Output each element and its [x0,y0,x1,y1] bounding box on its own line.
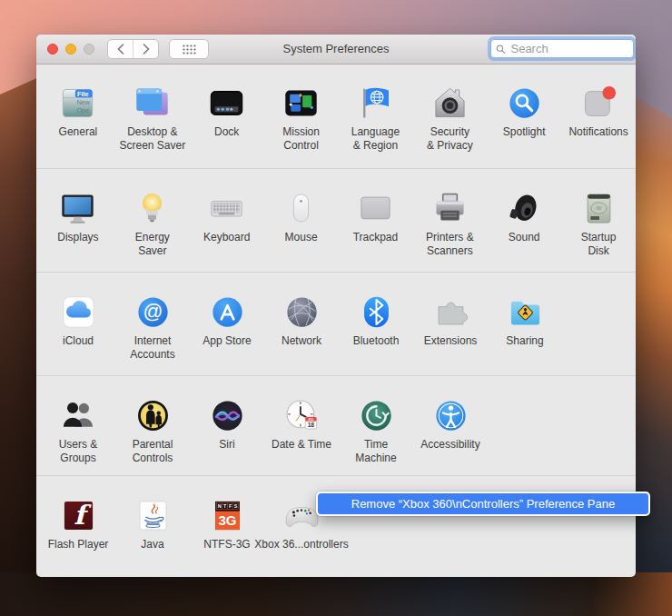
grid-icon [183,45,196,55]
parental-controls-icon [133,395,173,435]
pref-parental-controls[interactable]: Parental Controls [115,376,190,475]
siri-icon [207,395,247,435]
minimize-button[interactable] [65,44,76,55]
pref-language-region[interactable]: Language & Region [339,64,413,168]
printers-scanners-icon [430,188,469,228]
close-button[interactable] [47,44,58,55]
pref-label: Energy Saver [135,231,170,258]
preference-row-2: Displays Energy Saver Keyboard Mouse Tra… [36,168,636,272]
pref-label: Mouse [285,231,318,244]
pref-sharing[interactable]: Sharing [488,273,562,375]
title-bar[interactable]: System Preferences [36,35,636,65]
displays-icon [58,188,98,228]
svg-text:N: N [217,502,221,508]
search-field [490,39,634,58]
pref-keyboard[interactable]: Keyboard [190,169,264,272]
java-icon [133,495,173,535]
pref-desktop-screen-saver[interactable]: Desktop & Screen Saver [115,64,190,168]
pref-label: Displays [57,231,98,244]
pref-siri[interactable]: Siri [190,376,264,475]
pref-energy-saver[interactable]: Energy Saver [115,169,190,272]
pref-label: Mission Control [282,125,320,153]
back-button[interactable] [108,40,133,58]
svg-text:3G: 3G [218,512,236,528]
context-menu: Remove “Xbox 360\nControllers” Preferenc… [316,492,650,516]
pref-mouse[interactable]: Mouse [264,169,339,272]
pref-bluetooth[interactable]: Bluetooth [339,273,413,375]
svg-text:18: 18 [307,422,314,428]
icloud-icon [58,292,98,332]
pref-notifications[interactable]: Notifications [561,64,636,168]
bluetooth-icon [356,292,396,332]
pref-label: Time Machine [355,438,396,465]
chevron-left-icon [117,44,124,55]
pref-mission-control[interactable]: Mission Control [264,64,339,168]
trackpad-icon [355,188,395,228]
show-all-button[interactable] [169,39,209,59]
pref-internet-accounts[interactable]: @ Internet Accounts [115,273,190,375]
svg-text:File: File [77,89,89,97]
pref-label: Printers & Scanners [426,231,474,258]
internet-accounts-icon: @ [133,292,173,332]
svg-text:@: @ [143,301,163,323]
pref-displays[interactable]: Displays [41,169,115,272]
pref-time-machine[interactable]: Time Machine [339,376,413,475]
pref-sound[interactable]: Sound [487,169,561,272]
pref-startup-disk[interactable]: Startup Disk [561,169,636,272]
pref-extensions[interactable]: Extensions [413,273,488,375]
traffic-lights [47,44,94,55]
users-groups-icon [58,395,98,435]
wallpaper-bottom-rocks [0,572,672,616]
pref-label: Sharing [506,334,543,348]
pref-flash-player[interactable]: f Flash Player [41,476,115,577]
pref-dock[interactable]: Dock [190,64,264,168]
pref-ntfs-3g[interactable]: NTFS3G NTFS-3G [190,476,264,577]
mouse-icon [282,188,321,228]
context-menu-item-remove-pane[interactable]: Remove “Xbox 360\nControllers” Preferenc… [318,493,648,514]
pref-label: Siri [219,438,234,452]
pref-label: Extensions [424,334,478,348]
pref-general[interactable]: FileNewOpe General [41,64,115,168]
accessibility-icon [430,395,470,435]
pref-printers-scanners[interactable]: Printers & Scanners [412,169,487,272]
flash-player-icon: f [58,495,98,535]
pref-trackpad[interactable]: Trackpad [339,169,413,272]
chevron-right-icon [143,44,150,55]
pref-spotlight[interactable]: Spotlight [487,64,561,168]
spotlight-icon [504,83,544,123]
pref-label: Flash Player [48,538,109,551]
ntfs-3g-icon: NTFS3G [207,495,247,535]
desktop: System Preferences [0,0,672,616]
pref-label: iCloud [63,334,94,348]
pref-security-privacy[interactable]: Security & Privacy [412,64,487,168]
desktop-screensaver-icon [133,83,173,123]
pref-label: Internet Accounts [130,334,174,362]
pref-label: Users & Groups [59,438,98,465]
pref-label: Dock [214,125,239,139]
dock-icon [207,83,247,123]
nav-buttons [107,39,159,59]
keyboard-icon [207,188,247,228]
pref-label: Trackpad [353,231,399,244]
pref-accessibility[interactable]: Accessibility [413,376,488,475]
pref-app-store[interactable]: App Store [190,273,264,375]
pref-java[interactable]: Java [115,476,190,577]
preference-row-1: FileNewOpe General Desktop & Screen Save… [36,64,636,168]
pref-label: Sound [509,231,540,244]
zoom-button-disabled [84,44,94,55]
forward-button[interactable] [133,40,158,58]
pref-label: Spotlight [503,125,546,139]
pref-icloud[interactable]: iCloud [41,273,115,375]
pref-users-groups[interactable]: Users & Groups [41,376,115,475]
network-icon [282,292,321,332]
pref-network[interactable]: Network [264,273,339,375]
energy-saver-icon [133,188,173,228]
language-region-icon [355,83,395,123]
pref-label: NTFS-3G [203,538,250,551]
preference-row-3: iCloud @ Internet Accounts App Store Net… [36,272,636,375]
app-store-icon [207,292,247,332]
startup-disk-icon [578,188,618,228]
search-input[interactable] [509,41,628,56]
pref-date-time[interactable]: JUL18 Date & Time [264,376,339,475]
general-icon: FileNewOpe [58,83,98,123]
